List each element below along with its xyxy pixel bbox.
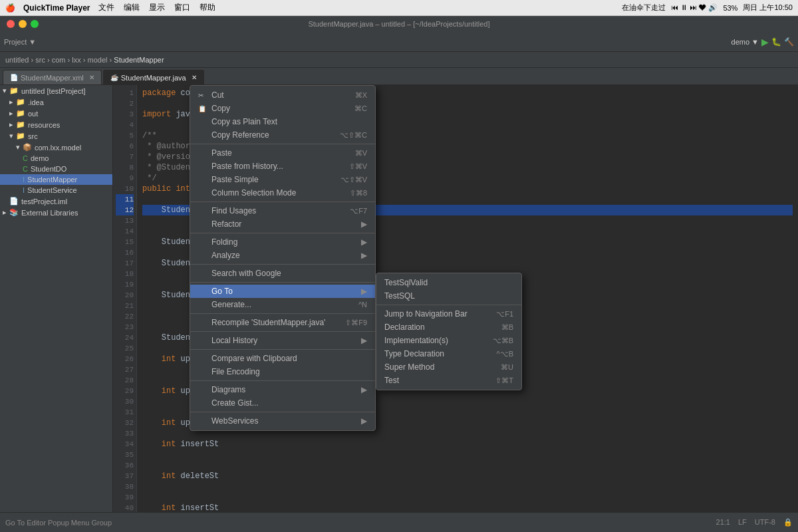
debug-button[interactable]: 🐛 xyxy=(771,37,781,47)
menu-edit[interactable]: 编辑 xyxy=(124,2,140,13)
sidebar-item-iml[interactable]: 📄 testProject.iml xyxy=(0,196,112,207)
recompile-shortcut: ⇧⌘F9 xyxy=(345,319,367,327)
close-tab-xml[interactable]: ✕ xyxy=(89,74,94,81)
media-controls: ⏮ ⏸ ⏭ ❤ 🔊 xyxy=(671,3,718,12)
folding-arrow: ▶ xyxy=(361,237,367,247)
expand-icon: ▾ xyxy=(16,143,20,152)
menu-generate[interactable]: Generate... ^N xyxy=(190,298,375,311)
run-button[interactable]: ▶ xyxy=(761,37,769,47)
package-icon: 📦 xyxy=(23,143,32,152)
submenu-test[interactable]: Test ⇧⌘T xyxy=(376,374,521,387)
submenu-super-method[interactable]: Super Method ⌘U xyxy=(376,360,521,374)
sidebar-item-idea[interactable]: ▸ 📁 .idea xyxy=(0,96,112,108)
paste-label: Paste xyxy=(211,148,232,158)
folder-icon: 📁 xyxy=(16,98,25,106)
menu-col-select[interactable]: Column Selection Mode ⇧⌘8 xyxy=(190,186,375,200)
submenu-implementation[interactable]: Implementation(s) ⌥⌘B xyxy=(376,334,521,347)
col-select-label: Column Selection Mode xyxy=(211,188,296,198)
sidebar-item-studentservice[interactable]: I StudentService xyxy=(0,185,112,196)
menu-paste[interactable]: Paste ⌘V xyxy=(190,146,375,160)
build-button[interactable]: 🔨 xyxy=(784,37,794,47)
menu-compare-clipboard[interactable]: Compare with Clipboard xyxy=(190,352,375,365)
sidebar-item-out[interactable]: ▸ 📁 out xyxy=(0,108,112,119)
tab-bar: 📄 StudentMapper.xml ✕ ☕ StudentMapper.ja… xyxy=(0,68,798,85)
bc-model[interactable]: model xyxy=(88,56,108,64)
menu-analyze[interactable]: Analyze ▶ xyxy=(190,249,375,262)
menu-paste-history[interactable]: Paste from History... ⇧⌘V xyxy=(190,160,375,173)
sidebar-item-studentmapper[interactable]: I StudentMapper xyxy=(0,174,112,185)
menu-diagrams[interactable]: Diagrams ▶ xyxy=(190,383,375,396)
ide-toolbar: Project ▼ demo ▼ ▶ 🐛 🔨 xyxy=(0,32,798,52)
menu-view[interactable]: 显示 xyxy=(149,2,165,13)
menu-refactor[interactable]: Refactor ▶ xyxy=(190,217,375,231)
menu-bar: 🍎 QuickTime Player 文件 编辑 显示 窗口 帮助 在油伞下走过… xyxy=(0,0,798,16)
close-button[interactable] xyxy=(7,20,15,28)
sidebar-item-extlib[interactable]: ▸ 📚 External Libraries xyxy=(0,207,112,218)
menu-local-history[interactable]: Local History ▶ xyxy=(190,334,375,347)
test-label: Test xyxy=(384,376,399,385)
sidebar-item-studentdo[interactable]: C StudentDO xyxy=(0,164,112,174)
sidebar-item-package[interactable]: ▾ 📦 com.lxx.model xyxy=(0,142,112,153)
sidebar-item-demo[interactable]: C demo xyxy=(0,153,112,164)
bc-com[interactable]: com xyxy=(52,56,66,64)
menu-window[interactable]: 窗口 xyxy=(174,2,190,13)
menu-help[interactable]: 帮助 xyxy=(200,2,215,13)
paste-simple-shortcut: ⌥⇧⌘V xyxy=(340,176,367,184)
sep2 xyxy=(190,201,375,202)
bc-untitled[interactable]: untitled xyxy=(5,56,29,64)
implementation-shortcut: ⌥⌘B xyxy=(493,336,513,345)
bc-studentmapper[interactable]: StudentMapper xyxy=(114,56,164,64)
bc-src[interactable]: src xyxy=(35,56,45,64)
menu-find-usages[interactable]: Find Usages ⌥F7 xyxy=(190,204,375,217)
minimize-button[interactable] xyxy=(19,20,27,28)
menu-file-encoding[interactable]: File Encoding xyxy=(190,365,375,378)
sep1 xyxy=(190,144,375,144)
submenu-test-sql[interactable]: TestSQL xyxy=(376,289,521,303)
bc-lxx[interactable]: lxx xyxy=(72,56,80,64)
menu-folding[interactable]: Folding ▶ xyxy=(190,235,375,249)
menu-copy-plain[interactable]: Copy as Plain Text xyxy=(190,115,375,128)
line-ending: LF xyxy=(738,518,747,527)
submenu-type-declaration[interactable]: Type Declaration ^⌥B xyxy=(376,347,521,360)
goto-label: Go To xyxy=(211,287,233,296)
menu-cut[interactable]: ✂ Cut ⌘X xyxy=(190,88,375,102)
menu-recompile[interactable]: Recompile 'StudentMapper.java' ⇧⌘F9 xyxy=(190,316,375,329)
sep7 xyxy=(190,331,375,332)
run-config-dropdown[interactable]: demo ▼ xyxy=(732,38,759,46)
paste-shortcut: ⌘V xyxy=(355,149,367,158)
submenu-test-sql-valid[interactable]: TestSqlValid xyxy=(376,276,521,289)
folder-icon: 📁 xyxy=(16,120,25,129)
file-encoding-label: File Encoding xyxy=(211,367,260,376)
find-label: Find Usages xyxy=(211,206,256,215)
tab-studentmapper-xml[interactable]: 📄 StudentMapper.xml ✕ xyxy=(3,70,102,84)
copy-ref-shortcut: ⌥⇧⌘C xyxy=(340,131,367,140)
menu-create-gist[interactable]: Create Gist... xyxy=(190,396,375,410)
sidebar-label: untitled [testProject] xyxy=(21,87,86,95)
breadcrumb: untitled › src › com › lxx › model › Stu… xyxy=(0,52,798,68)
menu-file[interactable]: 文件 xyxy=(98,2,114,13)
goto-submenu: TestSqlValid TestSQL Jump to Navigation … xyxy=(376,273,522,390)
submenu-declaration[interactable]: Declaration ⌘B xyxy=(376,321,521,334)
menu-goto[interactable]: Go To ▶ xyxy=(190,285,375,298)
compare-label: Compare with Clipboard xyxy=(211,354,297,363)
menu-webservices[interactable]: WebServices ▶ xyxy=(190,414,375,428)
sidebar-item-resources[interactable]: ▸ 📁 resources xyxy=(0,119,112,130)
menu-search-google[interactable]: Search with Google xyxy=(190,267,375,280)
menu-copy[interactable]: 📋 Copy ⌘C xyxy=(190,102,375,115)
folder-icon: 📁 xyxy=(9,86,19,95)
declaration-shortcut: ⌘B xyxy=(501,323,513,332)
sep10 xyxy=(190,412,375,412)
sidebar-item-untitled[interactable]: ▾ 📁 untitled [testProject] xyxy=(0,85,112,96)
search-google-label: Search with Google xyxy=(211,269,281,278)
nav-bar-shortcut: ⌥F1 xyxy=(496,310,513,319)
menu-copy-ref[interactable]: Copy Reference ⌥⇧⌘C xyxy=(190,128,375,142)
menu-paste-simple[interactable]: Paste Simple ⌥⇧⌘V xyxy=(190,173,375,186)
sidebar-label: .idea xyxy=(28,98,44,106)
cursor-position: 21:1 xyxy=(716,518,730,527)
sidebar-item-src[interactable]: ▾ 📁 src xyxy=(0,130,112,142)
close-tab-java[interactable]: ✕ xyxy=(192,74,197,81)
tab-studentmapper-java[interactable]: ☕ StudentMapper.java ✕ xyxy=(103,70,204,84)
maximize-button[interactable] xyxy=(31,20,39,28)
submenu-nav-bar[interactable]: Jump to Navigation Bar ⌥F1 xyxy=(376,307,521,321)
apple-menu[interactable]: 🍎 xyxy=(5,3,15,13)
